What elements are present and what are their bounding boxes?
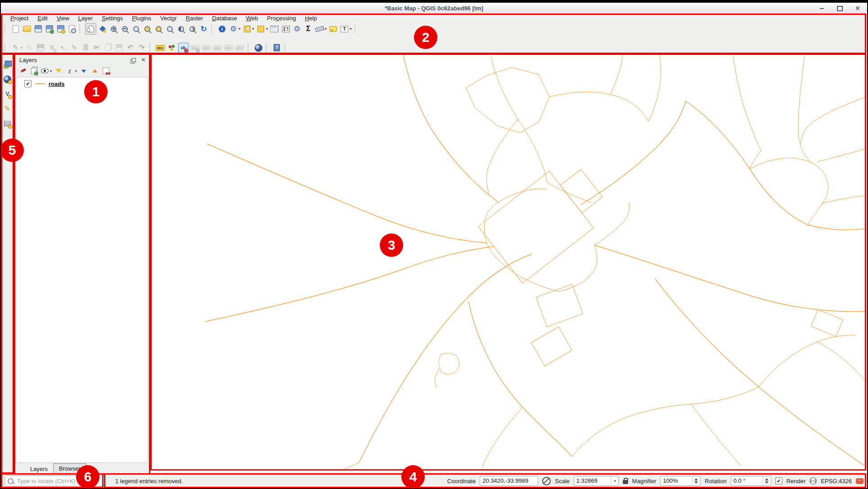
layer-diagram-options-icon[interactable] [166,42,177,53]
spinner-arrows-icon[interactable] [692,476,698,485]
deselect-all-icon[interactable]: ▾ [256,23,269,34]
menu-settings[interactable]: Settings [98,14,127,22]
field-calculator-icon[interactable] [281,23,291,34]
collapse-all-icon[interactable] [90,66,100,76]
panel-float-icon[interactable] [130,57,137,63]
zoom-full-extent-icon[interactable] [142,23,153,34]
pan-map-icon[interactable] [85,23,96,35]
layers-panel-title: Layers [19,57,128,63]
new-print-layout-icon[interactable] [55,23,66,34]
show-layout-manager-icon[interactable] [67,23,77,34]
menu-plugins[interactable]: Plugins [128,14,155,22]
minimize-button[interactable] [819,5,825,12]
map-canvas[interactable] [151,54,866,471]
toolbar-main: ↻⚙▾▾▾⚙Σ▾▾ [3,22,862,35]
undo-icon: ↶ [126,42,136,53]
menu-help[interactable]: Help [301,14,321,22]
zoom-next-icon[interactable] [187,23,198,34]
open-layer-styling-icon[interactable] [17,66,27,76]
locator-input[interactable] [16,477,103,485]
text-annotation-icon[interactable]: ▾ [339,23,352,34]
new-geopackage-layer-icon[interactable]: ✎ [2,103,13,114]
crs-value[interactable]: EPSG:4326 [821,478,852,485]
identify-features-icon[interactable] [217,23,227,34]
layer-labeling-options-icon[interactable] [155,42,166,53]
manage-map-themes-icon[interactable]: ▾ [40,66,53,76]
spinner-arrows-icon[interactable] [763,476,769,485]
redo-icon: ↷ [137,42,147,53]
save-project-icon[interactable] [33,23,43,34]
toolbar-handle [4,44,7,52]
save-layer-edits-icon [36,42,46,53]
locator-bar[interactable] [4,476,106,486]
change-label-properties-icon[interactable] [178,42,189,53]
menu-project[interactable]: Project [6,14,32,22]
help-contents-icon[interactable] [272,42,282,53]
processing-toolbox-icon[interactable]: ⚙ [292,23,302,34]
data-source-manager-icon[interactable] [2,59,13,70]
toolbar-handle [211,25,214,33]
maximize-button[interactable] [837,5,843,12]
magnifier-value: 100% [663,476,678,485]
vertex-tool-icon: ↖ [58,42,68,53]
open-project-icon[interactable] [22,23,32,34]
layer-name[interactable]: roads [49,81,64,87]
zoom-out-icon[interactable] [120,23,130,34]
menu-edit[interactable]: Edit [33,14,51,22]
run-feature-action-icon[interactable]: ⚙▾ [228,23,241,34]
zoom-to-layer-icon[interactable] [165,23,175,34]
menu-raster[interactable]: Raster [182,14,207,22]
close-button[interactable]: ✕ [855,5,861,12]
menu-database[interactable]: Database [208,14,241,22]
modify-attributes-icon: ✎ [69,42,80,53]
coordinate-input[interactable] [482,476,535,485]
refresh-map-icon[interactable]: ↻ [198,23,209,34]
add-vector-layer-icon[interactable] [2,74,13,85]
map-tips-icon[interactable] [328,23,338,34]
panel-close-icon[interactable]: ✕ [140,57,147,63]
tab-layers[interactable]: Layers [25,464,53,474]
layer-visibility-checkbox[interactable]: ✔ [24,80,31,87]
chevron-down-icon: ▾ [350,27,352,31]
expand-all-icon[interactable] [78,66,89,76]
add-feature-icon: V [47,42,57,53]
scale-value: 1:32869 [576,476,598,485]
remove-layer-group-icon[interactable] [101,66,111,76]
rotation-spinbox[interactable]: 0.0 ° [731,476,771,486]
lock-scale-icon[interactable] [623,480,628,484]
render-checkbox[interactable]: ✔ [775,477,783,485]
metasearch-icon[interactable] [253,42,264,53]
chevron-down-icon: ▾ [325,27,327,31]
select-features-icon[interactable]: ▾ [242,23,255,34]
menu-layer[interactable]: Layer [74,14,97,22]
zoom-in-icon[interactable] [108,23,119,34]
menu-view[interactable]: View [53,14,73,22]
filter-by-expression-icon[interactable]: ε▾ [65,66,78,76]
open-attribute-table-icon[interactable] [270,23,280,34]
menu-processing[interactable]: Processing [263,14,300,22]
save-project-as-icon[interactable] [44,23,54,34]
menu-vector[interactable]: Vector [156,14,181,22]
new-shapefile-layer-icon[interactable]: V [2,89,13,99]
layer-row-roads[interactable]: ✔ roads [16,77,148,87]
zoom-last-icon[interactable] [176,23,186,34]
tab-browser[interactable]: Browser [53,463,86,474]
scale-combo[interactable]: 1:32869 ▾ [574,476,619,486]
qgis-window: { "window": { "title": "*Basic Map - QGI… [0,0,868,489]
zoom-native-resolution-icon[interactable] [131,23,141,34]
pan-to-selection-icon[interactable] [97,23,108,34]
zoom-to-selection-icon[interactable] [153,23,164,34]
measure-line-icon[interactable]: ▾ [315,23,328,34]
magnifier-spinbox[interactable]: 100% [660,476,701,486]
new-project-icon[interactable] [10,23,21,34]
menu-web[interactable]: Web [242,14,262,22]
highlight-pinned-labels-icon [201,42,211,53]
crs-globe-icon[interactable] [810,477,817,485]
messages-icon[interactable]: ··· [856,478,864,484]
new-virtual-layer-icon[interactable] [2,118,13,129]
extents-tracking-icon[interactable] [542,477,551,485]
statistical-summary-icon[interactable]: Σ [303,23,314,34]
layer-symbol-line [35,83,45,84]
filter-legend-icon[interactable] [54,66,64,76]
add-group-icon[interactable] [28,66,39,76]
